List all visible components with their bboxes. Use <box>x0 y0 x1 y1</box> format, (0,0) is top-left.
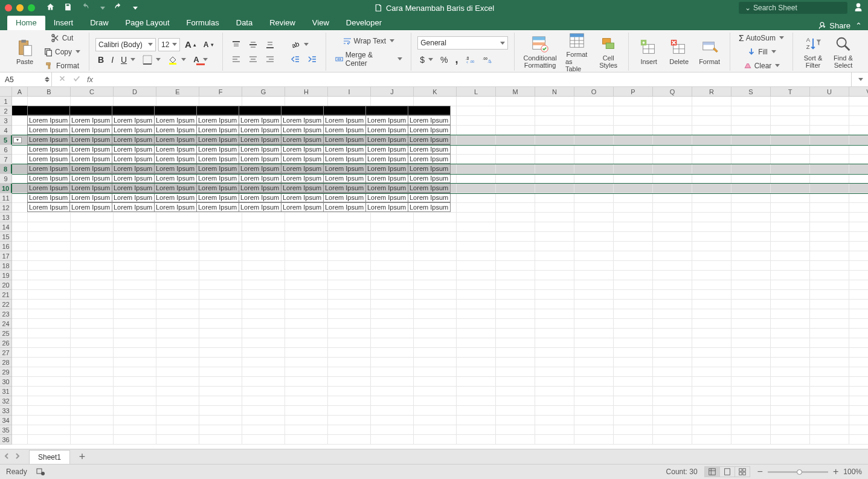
row-header-26[interactable]: 26 <box>0 338 12 348</box>
data-cell[interactable]: Lorem Ipsum <box>69 164 112 173</box>
column-header-V[interactable]: V <box>849 87 868 97</box>
row-header-27[interactable]: 27 <box>0 348 12 358</box>
row-header-14[interactable]: 14 <box>0 222 12 232</box>
border-button[interactable] <box>140 54 163 66</box>
share-button[interactable]: Share <box>818 21 850 30</box>
grid-row-20[interactable] <box>12 280 868 290</box>
undo-dropdown-icon[interactable] <box>98 7 105 10</box>
column-header-K[interactable]: K <box>414 87 457 97</box>
column-header-N[interactable]: N <box>535 87 574 97</box>
decrease-font-button[interactable]: A▾ <box>201 39 216 50</box>
column-header-O[interactable]: O <box>574 87 614 97</box>
format-cells-button[interactable]: Format <box>695 37 724 66</box>
undo-icon[interactable] <box>81 2 90 13</box>
data-cell[interactable]: Lorem Ipsum <box>323 125 366 135</box>
align-top-button[interactable] <box>229 39 243 51</box>
spreadsheet-grid[interactable]: ABCDEFGHIJKLMNOPQRSTUV 12345678910111213… <box>0 87 868 449</box>
normal-view-button[interactable] <box>704 466 720 477</box>
row-header-23[interactable]: 23 <box>0 309 12 319</box>
column-header-E[interactable]: E <box>156 87 199 97</box>
data-cell[interactable]: Lorem Ipsum <box>69 193 112 202</box>
select-all-corner[interactable] <box>0 87 12 97</box>
clear-button[interactable]: Clear <box>736 60 786 72</box>
data-cell[interactable]: Lorem Ipsum <box>27 125 70 135</box>
data-cell[interactable]: Lorem Ipsum <box>112 135 155 144</box>
orientation-button[interactable]: ab <box>288 39 311 51</box>
row-header-35[interactable]: 35 <box>0 425 12 435</box>
grid-row-26[interactable] <box>12 338 868 348</box>
data-cell[interactable]: Lorem Ipsum <box>281 115 324 125</box>
data-cell[interactable]: Lorem Ipsum <box>112 202 155 212</box>
name-box[interactable]: A5 <box>0 72 52 86</box>
grid-row-16[interactable] <box>12 242 868 251</box>
qat-customize-icon[interactable] <box>131 7 138 10</box>
data-cell[interactable]: Lorem Ipsum <box>365 144 408 154</box>
sort-filter-button[interactable]: AZSort &Filter <box>799 34 827 70</box>
data-cell[interactable]: Lorem Ipsum <box>27 144 70 154</box>
font-size-select[interactable]: 12 <box>158 38 180 51</box>
grid-row-21[interactable] <box>12 290 868 300</box>
data-cell[interactable]: Lorem Ipsum <box>112 164 155 173</box>
zoom-in-button[interactable]: + <box>833 466 838 477</box>
percent-button[interactable]: % <box>438 54 450 66</box>
data-cell[interactable] <box>408 106 451 115</box>
data-cell[interactable]: Lorem Ipsum <box>239 173 281 183</box>
enter-formula-icon[interactable] <box>72 74 81 85</box>
row-header-13[interactable]: 13 <box>0 213 12 222</box>
data-cell[interactable]: Lorem Ipsum <box>365 173 408 183</box>
autosum-button[interactable]: ΣAutoSum <box>736 32 786 44</box>
data-cell[interactable]: Lorem Ipsum <box>365 202 408 212</box>
row-header-18[interactable]: 18 <box>0 261 12 271</box>
data-cell[interactable]: Lorem Ipsum <box>112 144 155 154</box>
fx-icon[interactable]: fx <box>87 75 93 84</box>
data-cell[interactable]: Lorem Ipsum <box>323 115 366 125</box>
grid-row-35[interactable] <box>12 425 868 435</box>
data-cell[interactable]: Lorem Ipsum <box>323 154 366 164</box>
data-cell[interactable] <box>323 106 366 115</box>
data-cell[interactable]: Lorem Ipsum <box>196 173 239 183</box>
data-cell[interactable]: Lorem Ipsum <box>408 115 451 125</box>
grid-row-34[interactable] <box>12 416 868 425</box>
row-header-30[interactable]: 30 <box>0 377 12 387</box>
column-header-C[interactable]: C <box>71 87 114 97</box>
column-header-I[interactable]: I <box>328 87 371 97</box>
grid-row-22[interactable] <box>12 300 868 309</box>
data-cell[interactable] <box>281 106 324 115</box>
data-cell[interactable]: Lorem Ipsum <box>323 164 366 173</box>
increase-indent-button[interactable] <box>305 53 320 65</box>
sheet-nav-prev-icon[interactable] <box>4 452 10 461</box>
sheet-tab-sheet1[interactable]: Sheet1 <box>29 450 70 464</box>
data-cell[interactable]: Lorem Ipsum <box>281 173 324 183</box>
data-cell[interactable]: Lorem Ipsum <box>154 164 197 173</box>
tab-view[interactable]: View <box>304 16 338 30</box>
user-account-icon[interactable] <box>854 2 863 14</box>
data-cell[interactable]: Lorem Ipsum <box>323 202 366 212</box>
cancel-formula-icon[interactable] <box>58 74 66 85</box>
paste-button[interactable]: Paste <box>11 37 39 66</box>
data-cell[interactable]: Lorem Ipsum <box>27 173 70 183</box>
data-cell[interactable]: Lorem Ipsum <box>69 202 112 212</box>
data-cell[interactable] <box>112 106 155 115</box>
data-cell[interactable] <box>27 106 70 115</box>
data-cell[interactable]: Lorem Ipsum <box>196 115 239 125</box>
data-cell[interactable]: Lorem Ipsum <box>196 154 239 164</box>
data-cell[interactable]: Lorem Ipsum <box>323 135 366 144</box>
tab-data[interactable]: Data <box>228 16 261 30</box>
grid-row-31[interactable] <box>12 387 868 396</box>
data-cell[interactable]: Lorem Ipsum <box>408 125 451 135</box>
data-cell[interactable]: Lorem Ipsum <box>69 144 112 154</box>
cell-styles-button[interactable]: CellStyles <box>594 34 622 70</box>
data-cell[interactable]: Lorem Ipsum <box>27 115 70 125</box>
data-cell[interactable]: Lorem Ipsum <box>281 125 324 135</box>
data-cell[interactable]: Lorem Ipsum <box>69 125 112 135</box>
data-cell[interactable]: Lorem Ipsum <box>365 125 408 135</box>
grid-row-32[interactable] <box>12 396 868 406</box>
data-cell[interactable]: Lorem Ipsum <box>196 135 239 144</box>
underline-button[interactable]: U <box>118 54 138 66</box>
data-cell[interactable]: Lorem Ipsum <box>196 125 239 135</box>
row-header-25[interactable]: 25 <box>0 329 12 338</box>
grid-row-13[interactable] <box>12 213 868 222</box>
row-header-36[interactable]: 36 <box>0 435 12 445</box>
grid-row-28[interactable] <box>12 358 868 367</box>
data-cell[interactable]: Lorem Ipsum <box>408 144 451 154</box>
